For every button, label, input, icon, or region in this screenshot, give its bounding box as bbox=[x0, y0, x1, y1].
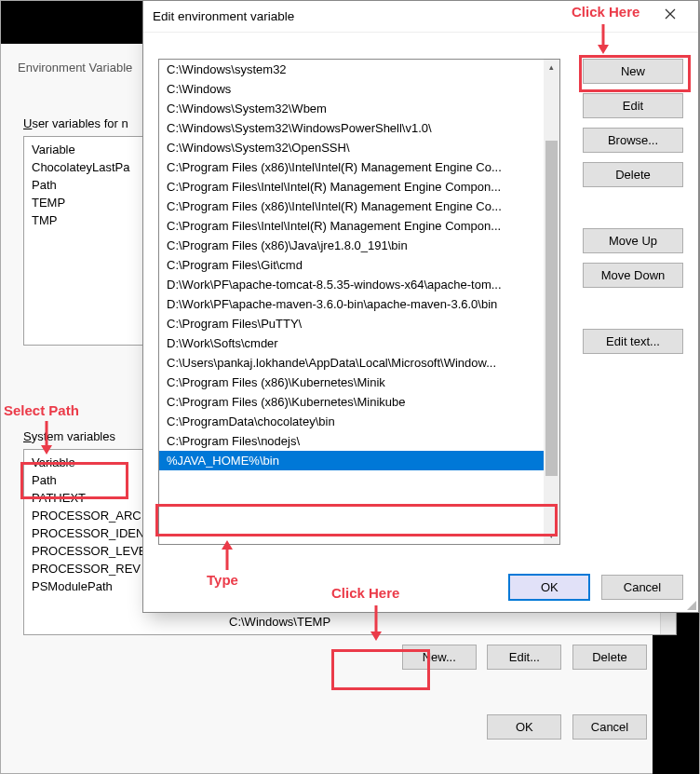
path-item[interactable]: C:\Users\pankaj.lokhande\AppData\Local\M… bbox=[159, 353, 559, 373]
path-item[interactable]: C:\Windows\system32 bbox=[159, 60, 559, 79]
move-up-button[interactable]: Move Up bbox=[583, 228, 683, 253]
path-item[interactable]: C:\Program Files\PuTTY\ bbox=[159, 314, 559, 333]
side-buttons: New Edit Browse... Delete Move Up Move D… bbox=[583, 59, 683, 363]
dialog-title: Edit environment variable bbox=[153, 9, 294, 23]
path-item[interactable]: C:\ProgramData\chocolatey\bin bbox=[159, 412, 559, 431]
cancel-button[interactable]: Cancel bbox=[601, 575, 683, 600]
path-item[interactable]: C:\Windows\System32\Wbem bbox=[159, 99, 559, 118]
scroll-down-icon[interactable]: ▾ bbox=[544, 528, 559, 544]
path-item[interactable]: D:\Work\PF\apache-maven-3.6.0-bin\apache… bbox=[159, 294, 559, 314]
scroll-thumb[interactable] bbox=[545, 141, 558, 476]
decorative-strip bbox=[1, 1, 142, 44]
resize-grip-icon[interactable] bbox=[685, 599, 696, 610]
parent-dialog-title: Environment Variable bbox=[8, 55, 141, 80]
path-item[interactable]: %JAVA_HOME%\bin bbox=[159, 451, 559, 470]
path-item[interactable]: C:\Program Files (x86)\Kubernetes\Minik bbox=[159, 373, 559, 392]
path-item[interactable]: C:\Program Files (x86)\Kubernetes\Miniku… bbox=[159, 392, 559, 412]
path-item[interactable]: D:\Work\PF\apache-tomcat-8.5.35-windows-… bbox=[159, 275, 559, 294]
bottom-buttons: OK Cancel bbox=[501, 574, 683, 601]
new-button[interactable]: New... bbox=[402, 645, 477, 670]
dialog-body: C:\Windows\system32C:\WindowsC:\Windows\… bbox=[158, 59, 683, 601]
delete-button[interactable]: Delete bbox=[583, 162, 683, 187]
system-vars-button-row: New... Edit... Delete bbox=[8, 635, 664, 679]
delete-button[interactable]: Delete bbox=[572, 645, 647, 670]
edit-button[interactable]: Edit... bbox=[487, 645, 561, 670]
cancel-button[interactable]: Cancel bbox=[572, 714, 647, 740]
titlebar: Edit environment variable bbox=[143, 1, 698, 33]
path-item[interactable]: C:\Program Files (x86)\Java\jre1.8.0_191… bbox=[159, 236, 559, 255]
scrollbar[interactable]: ▴ ▾ bbox=[544, 60, 559, 544]
new-button[interactable]: New bbox=[583, 59, 683, 84]
edit-text-button[interactable]: Edit text... bbox=[583, 329, 683, 354]
path-item[interactable]: D:\Work\Softs\cmder bbox=[159, 333, 559, 353]
path-item[interactable]: C:\Program Files\nodejs\ bbox=[159, 431, 559, 451]
dialog-button-row: OK Cancel bbox=[8, 705, 664, 749]
list-item-value: C:\Windows\TEMP bbox=[229, 613, 330, 631]
path-list[interactable]: C:\Windows\system32C:\WindowsC:\Windows\… bbox=[158, 59, 560, 545]
path-item[interactable]: C:\Windows\System32\OpenSSH\ bbox=[159, 138, 559, 157]
edit-environment-variable-dialog: Edit environment variable C:\Windows\sys… bbox=[142, 0, 699, 613]
path-item[interactable]: C:\Program Files\Intel\Intel(R) Manageme… bbox=[159, 177, 559, 197]
ok-button[interactable]: OK bbox=[487, 714, 561, 740]
path-item[interactable]: C:\Program Files\Intel\Intel(R) Manageme… bbox=[159, 216, 559, 236]
path-item[interactable]: C:\Windows\System32\WindowsPowerShell\v1… bbox=[159, 118, 559, 138]
path-item[interactable]: C:\Program Files (x86)\Intel\Intel(R) Ma… bbox=[159, 197, 559, 216]
scroll-up-icon[interactable]: ▴ bbox=[544, 60, 559, 75]
move-down-button[interactable]: Move Down bbox=[583, 263, 683, 288]
path-item[interactable]: C:\Program Files (x86)\Intel\Intel(R) Ma… bbox=[159, 157, 559, 177]
path-item[interactable]: C:\Program Files\Git\cmd bbox=[159, 255, 559, 275]
edit-button[interactable]: Edit bbox=[583, 93, 683, 118]
browse-button[interactable]: Browse... bbox=[583, 128, 683, 153]
path-item[interactable]: C:\Windows bbox=[159, 79, 559, 99]
close-icon bbox=[665, 8, 676, 20]
close-button[interactable] bbox=[652, 5, 689, 29]
ok-button[interactable]: OK bbox=[508, 574, 590, 601]
